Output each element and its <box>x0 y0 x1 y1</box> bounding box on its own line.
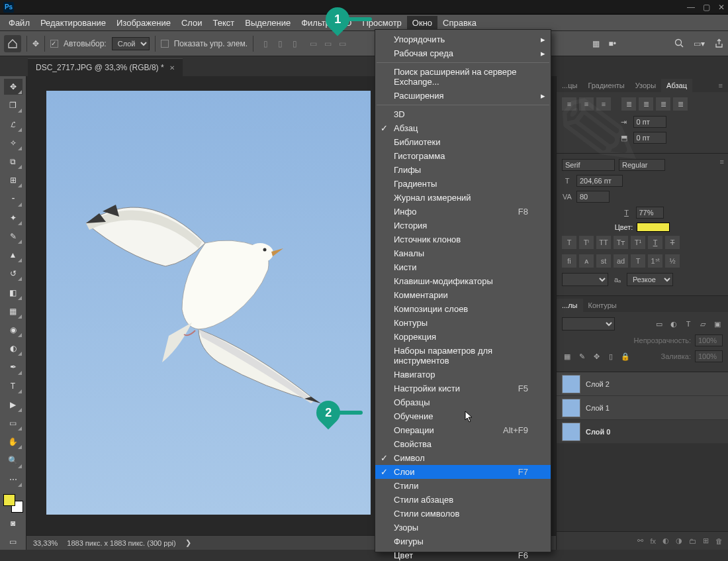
menu-item-каналы[interactable]: Каналы <box>375 246 551 260</box>
screen-mode-tool[interactable]: ▭ <box>4 534 23 550</box>
panel-menu-icon[interactable]: ≡ <box>720 158 724 166</box>
lock-all-icon[interactable]: 🔒 <box>620 352 631 361</box>
layer-item[interactable]: Слой 2 <box>557 372 728 396</box>
menu-текст[interactable]: Текст <box>208 16 240 30</box>
blur-tool[interactable]: ◉ <box>4 322 23 338</box>
italic-btn[interactable]: Tᴵ <box>579 236 594 249</box>
camera-icon[interactable]: ■• <box>609 39 616 48</box>
eyedropper-tool[interactable]: ⁃ <box>4 191 23 207</box>
group-icon[interactable]: 🗀 <box>689 537 696 545</box>
align-left-icon[interactable]: ▯ <box>259 37 272 50</box>
eraser-tool[interactable]: ◧ <box>4 284 23 300</box>
menu-item-символ[interactable]: ✓Символ <box>375 451 551 465</box>
brush-tool[interactable]: ✎ <box>4 229 23 244</box>
mode-3d-icon[interactable]: ▦ <box>592 39 600 48</box>
justify-all-btn[interactable]: ≣ <box>673 97 688 111</box>
allcaps-btn[interactable]: TT <box>596 236 611 249</box>
text-color-swatch[interactable] <box>637 223 670 232</box>
layer-kind-select[interactable] <box>562 317 615 331</box>
align-center-v-icon[interactable]: ▭ <box>321 37 334 50</box>
menu-item-настройки-кисти[interactable]: Настройки кистиF5 <box>375 382 551 395</box>
panel-tab-2[interactable]: Узоры <box>630 79 661 92</box>
layer-item[interactable]: Слой 0 <box>557 420 728 444</box>
align-center-btn[interactable]: ≡ <box>579 97 594 111</box>
marquee-tool[interactable]: ❐ <box>4 97 23 113</box>
filter-shape-icon[interactable]: ▱ <box>698 319 708 329</box>
lock-artboard-icon[interactable]: ▯ <box>606 352 616 361</box>
font-size-field[interactable] <box>576 175 623 187</box>
opentype-st-btn[interactable]: st <box>596 254 611 268</box>
panel-tab-3[interactable]: Абзац <box>661 79 692 92</box>
indent-input[interactable] <box>633 116 666 128</box>
gradient-tool[interactable]: ▦ <box>4 303 23 319</box>
path-select-tool[interactable]: ▶ <box>4 397 23 413</box>
menu-item-комментарии[interactable]: Комментарии <box>375 288 551 302</box>
layer-mask-icon[interactable]: ◐ <box>662 536 669 545</box>
autoselect-select[interactable]: Слой <box>112 37 150 50</box>
panel-tab-1[interactable]: Градиенты <box>582 79 629 92</box>
healing-tool[interactable]: ✦ <box>4 210 23 226</box>
menu-item-клавиши-модификаторы[interactable]: Клавиши-модификаторы <box>375 274 551 288</box>
search-icon[interactable] <box>674 38 684 48</box>
canvas[interactable] <box>46 91 371 515</box>
menu-item-навигатор[interactable]: Навигатор <box>375 368 551 382</box>
menu-item-гистограмма[interactable]: Гистограмма <box>375 149 551 163</box>
menu-item-кисти[interactable]: Кисти <box>375 260 551 274</box>
layers-tab-1[interactable]: Контуры <box>583 299 622 312</box>
lock-pos-icon[interactable]: ✥ <box>591 352 602 361</box>
frame-tool[interactable]: ⊞ <box>4 172 23 188</box>
font-style-field[interactable] <box>619 159 665 171</box>
antialias-select[interactable]: Резкое <box>627 273 673 286</box>
move-tool[interactable]: ✥ <box>4 79 23 95</box>
new-layer-icon[interactable]: ⊞ <box>703 536 709 545</box>
menu-item-обучение[interactable]: Обучение <box>375 409 551 423</box>
opentype-half-btn[interactable]: ½ <box>665 254 680 268</box>
autoselect-checkbox[interactable] <box>50 40 58 48</box>
justify-center-btn[interactable]: ≣ <box>639 97 653 111</box>
menu-item-расширения[interactable]: Расширения▸ <box>375 89 551 103</box>
clone-stamp-tool[interactable]: ▲ <box>4 247 23 263</box>
menu-item-слои[interactable]: ✓СлоиF7 <box>375 465 551 479</box>
document-tab[interactable]: DSC_2717.JPG @ 33,3% (RGB/8) * ✕ <box>28 58 183 76</box>
opentype-t1-btn[interactable]: T <box>631 254 645 268</box>
dodge-tool[interactable]: ◐ <box>4 340 23 356</box>
minimize-button[interactable]: — <box>687 3 695 12</box>
filter-adjust-icon[interactable]: ◐ <box>668 319 679 329</box>
menu-item-узоры[interactable]: Узоры <box>375 521 551 535</box>
menu-окно[interactable]: Окно <box>407 16 437 30</box>
menu-файл[interactable]: Файл <box>3 16 35 30</box>
menu-справка[interactable]: Справка <box>437 16 482 30</box>
menu-выделение[interactable]: Выделение <box>240 16 296 30</box>
show-controls-checkbox[interactable] <box>161 40 169 48</box>
history-brush-tool[interactable]: ↺ <box>4 266 23 281</box>
edit-toolbar[interactable]: ⋯ <box>4 472 23 487</box>
type-tool[interactable]: T <box>4 378 23 394</box>
menu-редактирование[interactable]: Редактирование <box>35 16 111 30</box>
rectangle-tool[interactable]: ▭ <box>4 415 23 431</box>
menu-item-образцы[interactable]: Образцы <box>375 395 551 409</box>
opentype-ad-btn[interactable]: ad <box>614 254 628 268</box>
menu-item-библиотеки[interactable]: Библиотеки <box>375 135 551 149</box>
menu-item-операции[interactable]: ОперацииAlt+F9 <box>375 423 551 437</box>
menu-item-журнал-измерений[interactable]: Журнал измерений <box>375 191 551 205</box>
menu-item-стили-абзацев[interactable]: Стили абзацев <box>375 493 551 507</box>
lang-select[interactable] <box>562 273 608 286</box>
panel-tab-0[interactable]: ...цы <box>557 79 582 92</box>
lock-paint-icon[interactable]: ✎ <box>576 352 587 361</box>
menu-item-упорядочить[interactable]: Упорядочить▸ <box>375 32 551 46</box>
menu-item-инфо[interactable]: ИнфоF8 <box>375 205 551 219</box>
menu-item-история[interactable]: История <box>375 219 551 232</box>
menu-item-абзац[interactable]: ✓Абзац <box>375 121 551 135</box>
screen-mode-icon[interactable]: ▭▾ <box>694 39 705 48</box>
panel-menu-icon[interactable]: ≡ <box>713 79 728 92</box>
magic-wand-tool[interactable]: ✧ <box>4 135 23 151</box>
close-button[interactable]: ✕ <box>718 3 725 12</box>
quick-mask-tool[interactable]: ◙ <box>4 515 23 531</box>
opentype-1st-btn[interactable]: 1ˢᵗ <box>648 254 662 268</box>
align-center-h-icon[interactable]: ▯ <box>273 37 287 50</box>
filter-smart-icon[interactable]: ▣ <box>712 319 723 329</box>
opentype-fi-btn[interactable]: fi <box>562 254 576 268</box>
filter-type-icon[interactable]: T <box>683 319 694 329</box>
opentype-a-btn[interactable]: ᴀ <box>579 254 594 268</box>
align-right-btn[interactable]: ≡ <box>596 97 611 111</box>
